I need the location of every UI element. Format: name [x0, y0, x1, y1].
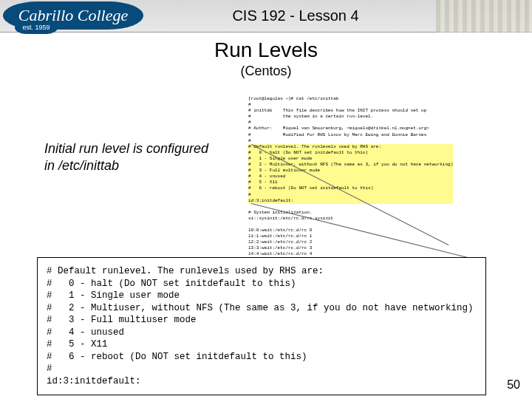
- code-line: l1:1:wait:/etc/rc.d/rc 1: [248, 233, 312, 239]
- code-line: #: [248, 138, 251, 143]
- code-line: # Modified for RHS Linux by Marc Ewing a…: [248, 132, 426, 137]
- code-line: # 6 - reboot (Do NOT set initdefault to …: [248, 185, 373, 191]
- slide-title: Run Levels: [0, 38, 532, 62]
- logo-est-badge: est. 1959: [15, 21, 58, 34]
- code-line: l0:0:wait:/etc/rc.d/rc 0: [248, 228, 312, 233]
- code-line: [root@legolas ~]# cat /etc/inittab: [248, 96, 338, 101]
- code-line: # 4 - unused: [248, 174, 285, 179]
- slide-header: Cabrillo College est. 1959 CIS 192 - Les…: [0, 0, 532, 33]
- zoom-line: # 6 - reboot (Do NOT set initdefault to …: [47, 352, 307, 362]
- inittab-zoom-box: # Default runlevel. The runlevels used b…: [37, 257, 486, 395]
- code-line: # Author: Miquel van Smoorenburg, <mique…: [248, 126, 429, 131]
- code-line: # 3 - Full multiuser mode: [248, 168, 320, 173]
- code-line: # 5 - X11: [248, 180, 278, 185]
- code-line: l4:4:wait:/etc/rc.d/rc 4: [248, 251, 312, 256]
- page-number: 50: [507, 378, 520, 392]
- inittab-full-listing: [root@legolas ~]# cat /etc/inittab # # i…: [248, 96, 516, 270]
- code-line: # 2 - Multiuser, without NFS (The same a…: [248, 162, 453, 167]
- college-logo: Cabrillo College est. 1959: [0, 0, 148, 33]
- zoom-line: #: [47, 364, 52, 374]
- code-line: #: [248, 102, 251, 107]
- zoom-line: # 4 - unused: [47, 327, 124, 338]
- code-line: # Default runlevel. The runlevels used b…: [248, 144, 381, 149]
- zoom-line: # Default runlevel. The runlevels used b…: [47, 266, 324, 276]
- zoom-line: # 2 - Multiuser, without NFS (The same a…: [47, 303, 474, 313]
- zoom-line: # 5 - X11: [47, 339, 108, 349]
- code-line: l3:3:wait:/etc/rc.d/rc 3: [248, 245, 312, 250]
- code-line: #: [248, 120, 251, 125]
- code-line: # inittab This file describes how the IN…: [248, 108, 426, 113]
- zoom-line: # 1 - Single user mode: [47, 290, 180, 301]
- zoom-line: id:3:initdefault:: [47, 376, 141, 386]
- code-line: #: [248, 192, 251, 197]
- slide-subtitle: (Centos): [0, 64, 532, 79]
- annotation-text: Initial run level is configured in /etc/…: [44, 140, 214, 175]
- zoom-line: # 3 - Full multiuser mode: [47, 315, 197, 325]
- code-line: l2:2:wait:/etc/rc.d/rc 2: [248, 239, 312, 245]
- zoom-line: # 0 - halt (Do NOT set initdefault to th…: [47, 279, 296, 289]
- code-line: id:3:initdefault:: [248, 198, 293, 203]
- code-line: # the system in a certain run-level.: [248, 114, 373, 119]
